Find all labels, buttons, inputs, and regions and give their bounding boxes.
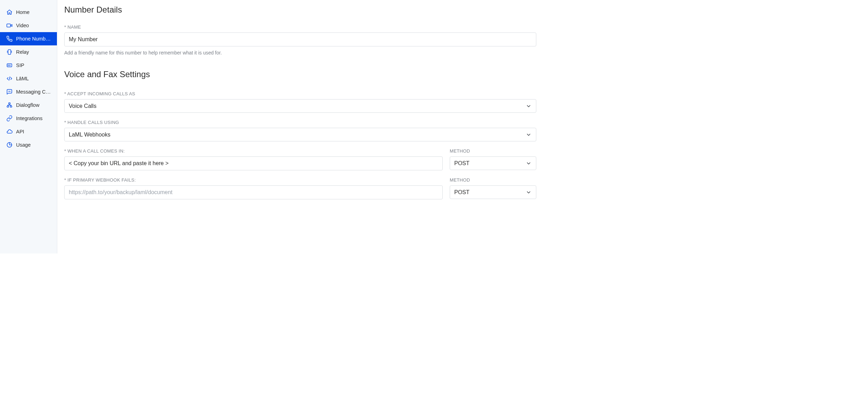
svg-point-11 <box>9 91 10 91</box>
name-help-text: Add a friendly name for this number to h… <box>64 50 536 56</box>
when-call-method-label: METHOD <box>450 148 536 154</box>
sidebar-item-label: SIP <box>16 62 24 68</box>
voice-fax-title: Voice and Fax Settings <box>64 69 536 79</box>
fallback-row: * IF PRIMARY WEBHOOK FAILS: METHOD POST <box>64 177 536 199</box>
sidebar-item-api[interactable]: API <box>0 125 57 138</box>
svg-line-9 <box>9 77 10 81</box>
svg-rect-2 <box>8 50 11 54</box>
phone-icon <box>6 36 13 42</box>
sidebar-item-video[interactable]: Video <box>0 19 57 32</box>
relay-icon <box>6 49 13 55</box>
when-call-method-select[interactable]: POST <box>450 156 536 170</box>
when-call-row: * WHEN A CALL COMES IN: METHOD POST <box>64 148 536 170</box>
sidebar: Home Video Phone Numbers Relay SIP LāML <box>0 0 57 253</box>
sidebar-item-label: Home <box>16 9 30 15</box>
sidebar-item-label: Messaging Camp... <box>16 89 51 95</box>
sidebar-item-sip[interactable]: SIP <box>0 59 57 72</box>
number-details-title: Number Details <box>64 5 536 15</box>
handle-calls-select[interactable]: LaML Webhooks <box>64 128 536 141</box>
accept-incoming-field-group: * ACCEPT INCOMING CALLS AS Voice Calls <box>64 91 536 113</box>
dialogflow-icon <box>6 102 13 108</box>
fallback-url-input[interactable] <box>64 185 443 199</box>
fallback-method-label: METHOD <box>450 177 536 183</box>
name-input[interactable] <box>64 32 536 46</box>
sidebar-item-label: Relay <box>16 49 29 55</box>
cloud-icon <box>6 128 13 135</box>
sidebar-item-label: Usage <box>16 142 31 148</box>
sidebar-item-label: Video <box>16 23 29 28</box>
sip-icon <box>6 62 13 68</box>
sidebar-item-laml[interactable]: LāML <box>0 72 57 85</box>
sidebar-item-label: Dialogflow <box>16 102 39 108</box>
home-icon <box>6 9 13 15</box>
sidebar-item-dialogflow[interactable]: Dialogflow <box>0 98 57 112</box>
accept-incoming-label: * ACCEPT INCOMING CALLS AS <box>64 91 536 96</box>
svg-rect-0 <box>7 24 11 27</box>
svg-point-10 <box>8 91 9 91</box>
sidebar-item-label: Phone Numbers <box>16 36 51 42</box>
sidebar-item-messaging-campaigns[interactable]: Messaging Camp... <box>0 85 57 98</box>
fallback-label: * IF PRIMARY WEBHOOK FAILS: <box>64 177 443 183</box>
message-icon <box>6 89 13 95</box>
name-label: * NAME <box>64 24 536 30</box>
accept-incoming-select[interactable]: Voice Calls <box>64 99 536 113</box>
handle-calls-field-group: * HANDLE CALLS USING LaML Webhooks <box>64 120 536 141</box>
fallback-method-select[interactable]: POST <box>450 185 536 199</box>
main-content: Number Details * NAME Add a friendly nam… <box>57 0 543 253</box>
code-icon <box>6 75 13 82</box>
name-field-group: * NAME Add a friendly name for this numb… <box>64 24 536 56</box>
sidebar-item-relay[interactable]: Relay <box>0 45 57 59</box>
sidebar-item-usage[interactable]: Usage <box>0 138 57 152</box>
sidebar-item-home[interactable]: Home <box>0 6 57 19</box>
svg-point-12 <box>10 91 10 91</box>
sidebar-item-label: LāML <box>16 76 29 81</box>
sidebar-item-label: Integrations <box>16 116 43 121</box>
sidebar-item-phone-numbers[interactable]: Phone Numbers <box>0 32 57 45</box>
when-call-label: * WHEN A CALL COMES IN: <box>64 148 443 154</box>
sidebar-item-integrations[interactable]: Integrations <box>0 112 57 125</box>
pie-chart-icon <box>6 142 13 148</box>
sidebar-item-label: API <box>16 129 24 134</box>
handle-calls-label: * HANDLE CALLS USING <box>64 120 536 125</box>
video-icon <box>6 22 13 29</box>
link-icon <box>6 115 13 122</box>
when-call-url-input[interactable] <box>64 156 443 170</box>
